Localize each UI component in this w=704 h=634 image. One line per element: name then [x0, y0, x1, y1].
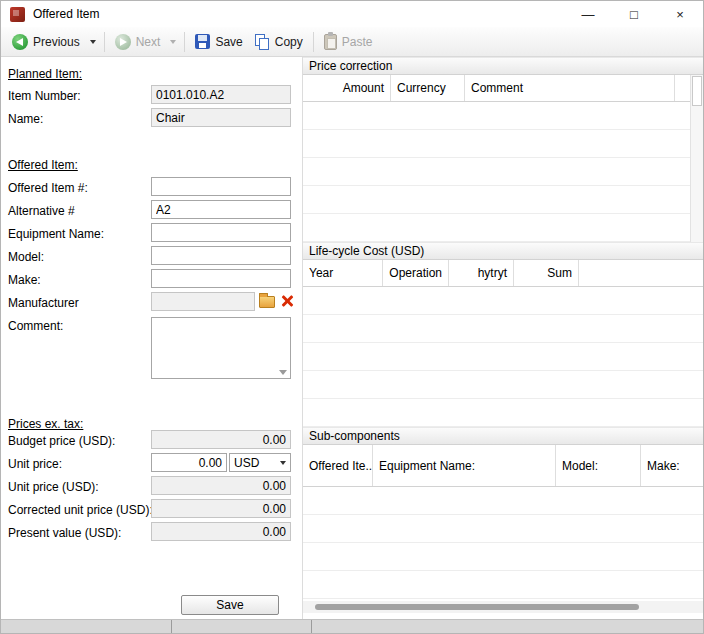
budget-price-label: Budget price (USD):	[8, 434, 115, 448]
price-correction-vscrollbar[interactable]	[690, 75, 703, 242]
sub-components-rows	[303, 487, 703, 599]
close-button[interactable]: ×	[657, 1, 703, 27]
titlebar[interactable]: Offered Item — □ ×	[1, 1, 703, 27]
previous-dropdown-button[interactable]	[86, 36, 100, 48]
column-header-equipment-name[interactable]: Equipment Name:	[373, 445, 556, 486]
alternative-field[interactable]	[151, 200, 291, 219]
table-row[interactable]	[303, 399, 703, 427]
sub-components-hscrollbar[interactable]	[303, 601, 703, 613]
table-row[interactable]	[303, 102, 703, 130]
app-icon	[10, 7, 25, 22]
save-toolbar-button[interactable]: Save	[189, 30, 248, 53]
red-x-icon	[281, 294, 294, 308]
corrected-unit-price-field[interactable]	[151, 499, 291, 518]
close-icon: ×	[676, 7, 684, 22]
table-row[interactable]	[303, 371, 703, 399]
table-row[interactable]	[303, 158, 703, 186]
comment-input[interactable]	[152, 318, 290, 378]
item-number-label: Item Number:	[8, 89, 81, 103]
column-header-currency[interactable]: Currency	[391, 75, 465, 101]
equipment-name-label: Equipment Name:	[8, 227, 104, 241]
table-row[interactable]	[303, 343, 703, 371]
unit-price-usd-field[interactable]	[151, 476, 291, 495]
column-header-make[interactable]: Make:	[641, 445, 703, 486]
offered-item-window: Offered Item — □ × Previous Next Save Co…	[0, 0, 704, 634]
column-header-sum[interactable]: Sum	[514, 260, 579, 286]
column-header-year[interactable]: Year	[303, 260, 383, 286]
paste-button[interactable]: Paste	[318, 30, 379, 54]
item-number-field[interactable]	[151, 85, 291, 104]
present-value-field[interactable]	[151, 522, 291, 541]
table-row[interactable]	[303, 315, 703, 343]
toolbar-separator	[313, 32, 314, 52]
present-value-label: Present value (USD):	[8, 526, 121, 540]
caret-down-icon	[280, 461, 286, 465]
column-header-hytryt[interactable]: hytryt	[449, 260, 514, 286]
section-title: Life-cycle Cost (USD)	[309, 244, 424, 258]
equipment-name-field[interactable]	[151, 223, 291, 242]
table-row[interactable]	[303, 543, 703, 571]
bottom-strip	[1, 619, 703, 633]
make-field[interactable]	[151, 269, 291, 288]
caret-down-icon	[90, 40, 96, 44]
unit-price-field[interactable]	[151, 453, 227, 472]
currency-select[interactable]: USD	[229, 453, 291, 472]
life-cycle-cost-header: Life-cycle Cost (USD)	[303, 242, 703, 260]
maximize-button[interactable]: □	[611, 1, 657, 27]
save-button[interactable]: Save	[181, 595, 279, 615]
model-label: Model:	[8, 250, 44, 264]
save-icon	[195, 34, 210, 49]
price-correction-column-headers: Amount Currency Comment	[303, 75, 703, 102]
comment-scroll-down-icon[interactable]	[279, 370, 287, 375]
manufacturer-clear-button[interactable]	[278, 292, 296, 311]
window-title: Offered Item	[33, 7, 99, 21]
unit-price-usd-label: Unit price (USD):	[8, 480, 99, 494]
window-controls: — □ ×	[565, 1, 703, 27]
column-header-comment[interactable]: Comment	[465, 75, 675, 101]
next-dropdown-button[interactable]	[166, 36, 180, 48]
scrollbar-thumb[interactable]	[315, 604, 639, 610]
next-button[interactable]: Next	[109, 30, 167, 54]
manufacturer-browse-button[interactable]	[257, 292, 277, 311]
model-field[interactable]	[151, 246, 291, 265]
minimize-icon: —	[582, 7, 595, 22]
column-header-filler	[579, 260, 703, 286]
toolbar: Previous Next Save Copy Paste	[1, 27, 703, 57]
table-row[interactable]	[303, 287, 703, 315]
offered-item-heading: Offered Item:	[8, 158, 78, 172]
manufacturer-field[interactable]	[151, 292, 255, 311]
toolbar-separator	[184, 32, 185, 52]
table-row[interactable]	[303, 571, 703, 599]
planned-item-heading: Planned Item:	[8, 67, 82, 81]
column-header-offered-item[interactable]: Offered Ite...	[303, 445, 373, 486]
section-title: Sub-components	[309, 429, 400, 443]
copy-button[interactable]: Copy	[249, 30, 309, 54]
copy-icon	[255, 34, 270, 50]
column-header-amount[interactable]: Amount	[303, 75, 391, 101]
previous-button[interactable]: Previous	[6, 30, 86, 54]
offered-item-form: Planned Item: Item Number: Name: Offered…	[1, 57, 302, 619]
offered-item-number-field[interactable]	[151, 177, 291, 196]
scrollbar-thumb[interactable]	[692, 76, 702, 106]
table-row[interactable]	[303, 186, 703, 214]
unit-price-label: Unit price:	[8, 457, 62, 471]
table-row[interactable]	[303, 515, 703, 543]
prices-ex-tax-heading: Prices ex. tax:	[8, 417, 83, 431]
maximize-icon: □	[630, 7, 638, 22]
table-row[interactable]	[303, 130, 703, 158]
minimize-button[interactable]: —	[565, 1, 611, 27]
detail-tables: Price correction Amount Currency Comment…	[302, 57, 703, 619]
make-label: Make:	[8, 273, 41, 287]
sub-components-column-headers: Offered Ite... Equipment Name: Model: Ma…	[303, 445, 703, 487]
caret-down-icon	[170, 40, 176, 44]
comment-box	[151, 317, 291, 379]
section-title: Price correction	[309, 59, 392, 73]
name-field[interactable]	[151, 108, 291, 127]
table-row[interactable]	[303, 214, 703, 242]
column-header-operation[interactable]: Operation	[383, 260, 449, 286]
table-row[interactable]	[303, 487, 703, 515]
budget-price-field[interactable]	[151, 430, 291, 449]
save-label: Save	[215, 35, 242, 49]
column-header-model[interactable]: Model:	[556, 445, 641, 486]
price-correction-rows	[303, 102, 703, 242]
